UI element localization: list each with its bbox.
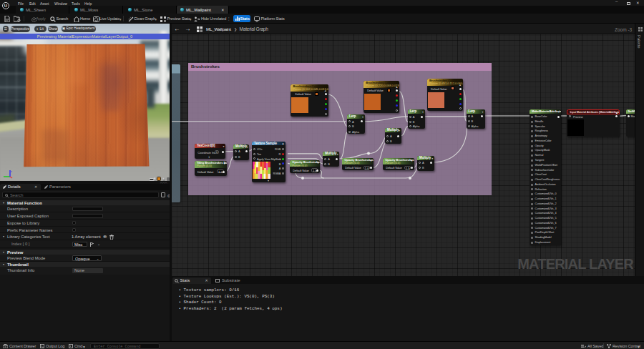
- svg-text:z: z: [11, 169, 12, 173]
